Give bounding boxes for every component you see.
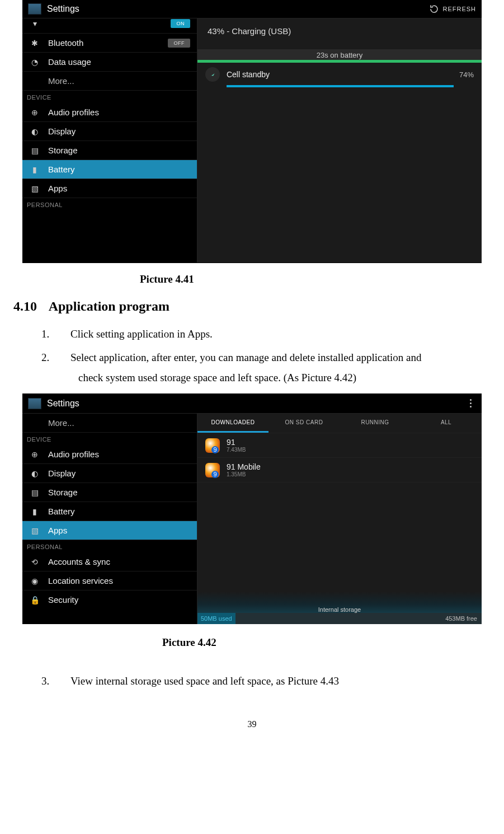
battery-graph[interactable]: 23s on battery [197,49,482,63]
refresh-icon [429,4,439,14]
bluetooth-icon: ✱ [29,39,40,48]
sidebar-item-more[interactable]: More... [22,72,197,91]
data-usage-icon: ◔ [29,58,40,67]
app-91-mobile-size: 1.35MB [227,471,261,477]
wifi-toggle[interactable]: ON [171,19,190,28]
storage-used: 50MB used [197,613,235,624]
storage-icon-2: ▤ [29,488,40,497]
sidebar-item-storage[interactable]: ▤ Storage [22,141,197,160]
step-3: 3. View internal storage used space and … [41,671,476,691]
app-91-icon [205,438,220,453]
screenshot-battery-settings: Settings REFRESH ▾ ON ✱ Bluetooth OFF [22,0,482,263]
storage-free: 453MB free [235,613,482,624]
more-label: More... [48,76,74,86]
steps-list-b: 3. View internal storage used space and … [11,671,493,691]
sidebar-item-battery[interactable]: ▮ Battery [22,160,197,179]
sidebar-item-audio-profiles[interactable]: ⊕ Audio profiles [22,103,197,122]
caption-4-42: Picture 4.42 [162,636,493,649]
refresh-button[interactable]: REFRESH [429,4,476,14]
bluetooth-toggle[interactable]: OFF [168,39,190,48]
sidebar-item-location[interactable]: ◉ Location services [22,571,197,591]
data-usage-label: Data usage [48,57,91,67]
storage-label: Internal storage [197,592,482,613]
sidebar-item-wifi[interactable]: ▾ ON [22,18,197,34]
battery-time-label: 23s on battery [197,51,482,59]
step-2: 2. Select application, after enter, you … [41,348,476,388]
apps-panel: DOWNLOADED ON SD CARD RUNNING ALL 91 7.4… [197,414,482,624]
tab-all[interactable]: ALL [411,414,482,433]
bluetooth-label: Bluetooth [48,38,83,48]
audio-icon: ⊕ [29,108,40,117]
step-3-num: 3. [41,671,70,691]
display-icon-2: ◐ [29,469,40,478]
step-1: 1. Click setting application in Apps. [41,324,476,344]
sidebar-item-display[interactable]: ◐ Display [22,122,197,141]
tab-sdcard[interactable]: ON SD CARD [269,414,340,433]
sidebar-item-audio-2[interactable]: ⊕ Audio profiles [22,445,197,464]
sidebar-item-data-usage[interactable]: ◔ Data usage [22,53,197,72]
cell-standby-pct: 74% [459,71,474,79]
sidebar-item-battery-2[interactable]: ▮ Battery [22,502,197,521]
cell-standby-label: Cell standby [227,70,270,79]
app-91-name: 91 [227,438,246,447]
step-2-num: 2. [41,348,70,388]
more-label-2: More... [48,418,74,428]
step-3-text: View internal storage used space and lef… [70,671,476,691]
battery-graph-line [197,60,482,63]
step-2-text: Select application, after enter, you can… [70,348,476,388]
sidebar-item-bluetooth[interactable]: ✱ Bluetooth OFF [22,34,197,53]
settings-title-2: Settings [47,399,79,409]
app-91-size: 7.43MB [227,447,246,453]
sidebar-item-security[interactable]: 🔒 Security [22,591,197,609]
battery-label: Battery [48,165,75,174]
battery-status: 43% - Charging (USB) [197,18,482,44]
overflow-menu[interactable] [465,397,476,410]
app-row-91[interactable]: 91 7.43MB [197,433,482,458]
refresh-label: REFRESH [442,6,476,12]
display-icon: ◐ [29,127,40,136]
page-number: 39 [11,719,493,729]
settings-sidebar-2: More... DEVICE ⊕ Audio profiles ◐ Displa… [22,414,197,624]
settings-sidebar: ▾ ON ✱ Bluetooth OFF ◔ Data usage More..… [22,18,197,263]
sidebar-category-personal-2: PERSONAL [22,540,197,552]
sidebar-item-display-2[interactable]: ◐ Display [22,464,197,483]
sidebar-item-storage-2[interactable]: ▤ Storage [22,483,197,502]
lock-icon: 🔒 [29,596,40,605]
section-heading: 4.10 Application program [13,299,493,314]
settings-header: Settings REFRESH [22,0,482,18]
sidebar-item-more-2[interactable]: More... [22,414,197,433]
tab-running[interactable]: RUNNING [340,414,411,433]
battery-consumer-row[interactable]: Cell standby 74% [197,63,482,84]
storage-label: Storage [48,146,78,155]
sync-icon: ⟲ [29,557,40,566]
apps-icon-2: ▧ [29,526,40,535]
step-1-num: 1. [41,324,70,344]
audio-label: Audio profiles [48,107,99,117]
location-icon: ◉ [29,577,40,585]
display-label: Display [48,126,76,136]
step-1-text: Click setting application in Apps. [70,324,476,344]
cell-standby-bar [227,85,454,87]
settings-app-icon [28,3,41,15]
battery-icon-2: ▮ [29,507,40,516]
battery-panel: 43% - Charging (USB) 23s on battery Cell… [197,18,482,263]
settings-title: Settings [47,4,79,14]
app-91-mobile-icon [205,463,220,477]
sidebar-item-apps[interactable]: ▧ Apps [22,179,197,198]
app-row-91-mobile[interactable]: 91 Mobile 1.35MB [197,458,482,482]
app-91-mobile-name: 91 Mobile [227,462,261,471]
tab-downloaded[interactable]: DOWNLOADED [197,414,269,433]
apps-label: Apps [48,184,67,193]
sidebar-item-accounts[interactable]: ⟲ Accounts & sync [22,552,197,571]
caption-4-41: Picture 4.41 [140,273,493,285]
apps-icon: ▧ [29,184,40,193]
settings-app-icon-2 [28,398,41,409]
section-title: Application program [49,299,169,313]
storage-icon: ▤ [29,146,40,155]
sidebar-category-personal: PERSONAL [22,198,197,210]
screenshot-apps-settings: Settings More... DEVICE ⊕ Audio profiles… [22,393,482,623]
sidebar-item-apps-2[interactable]: ▧ Apps [22,521,197,540]
apps-tabs: DOWNLOADED ON SD CARD RUNNING ALL [197,414,482,433]
wifi-icon: ▾ [29,19,40,28]
storage-bar: 50MB used 453MB free [197,613,482,624]
